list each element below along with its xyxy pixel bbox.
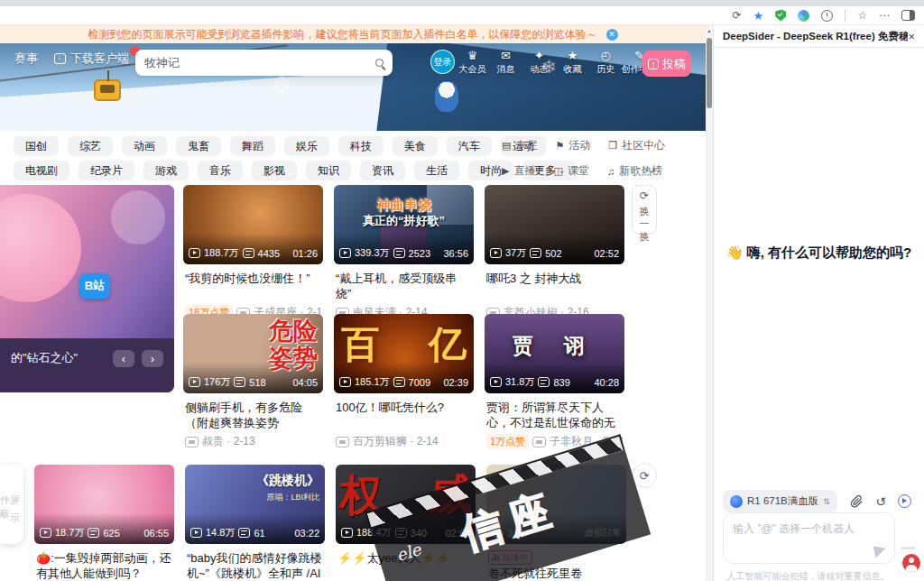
category-pill-资讯[interactable]: 资讯: [360, 161, 405, 180]
video-thumbnail[interactable]: 神曲串烧真正的“拼好歌”339.3万252336:56: [334, 185, 474, 264]
category-pill-娱乐[interactable]: 娱乐: [284, 136, 329, 156]
thumbnail-overlay-text: 《跳楼机》: [256, 473, 319, 489]
search-box[interactable]: 牧神记: [135, 50, 393, 76]
video-card[interactable]: 188.7万443501:26“我剪的时候也没绷住！”18万点赞子成星座 · 2…: [183, 185, 323, 320]
category-pill-影视[interactable]: 影视: [252, 161, 297, 180]
quick-link-新歌热榜[interactable]: ♫新歌热榜: [607, 163, 662, 179]
category-pill-汽车[interactable]: 汽车: [447, 136, 492, 156]
favorites-icon[interactable]: ☆: [857, 10, 867, 21]
video-title[interactable]: “戴上耳机，感受顶级串烧”: [336, 271, 472, 302]
header-nav-item-动态[interactable]: ✦动态: [525, 50, 553, 76]
view-count: 185.1万: [355, 375, 390, 389]
login-button[interactable]: 登录: [430, 50, 455, 74]
category-pill-科技[interactable]: 科技: [338, 136, 383, 156]
swap-refresh-button[interactable]: ⟳换一换: [632, 185, 657, 235]
scrollbar-thumb[interactable]: [707, 38, 712, 108]
video-card[interactable]: 18.7万62506:55🍅:一集毁掉两部动画，还有其他人能做到吗？中配圈楼音 …: [34, 465, 174, 581]
video-title[interactable]: 贾诩：所谓算尽天下人心，不过是乱世保命的无奈吧: [486, 400, 623, 431]
video-card[interactable]: 《跳楼机》原唱：LBI利比14.8万6103:22“baby我们的感情好像跳楼机…: [185, 465, 325, 581]
floating-avatar-button[interactable]: [902, 554, 920, 572]
view-count: 18.7万: [55, 526, 84, 540]
scroll-up-arrow[interactable]: ▲: [706, 28, 713, 33]
video-thumbnail[interactable]: 18.7万62506:55: [34, 465, 174, 544]
video-title[interactable]: 100亿！哪吒凭什么?: [336, 400, 472, 431]
bookmark-star-icon[interactable]: ★: [753, 10, 764, 22]
video-title[interactable]: 哪吒3 之 封神大战: [486, 271, 623, 302]
header-nav-item-收藏[interactable]: ★收藏: [559, 50, 587, 76]
notice-close-button[interactable]: ✕: [606, 29, 618, 41]
thumbnail-meta-bar: 37万50202:52: [485, 234, 624, 264]
thumbnail-overlay-text: 亿: [429, 319, 467, 370]
model-selector[interactable]: R1 671B满血版 ⇅: [723, 490, 837, 512]
category-pill-舞蹈[interactable]: 舞蹈: [230, 136, 275, 156]
chat-input[interactable]: [724, 513, 894, 563]
send-icon[interactable]: [873, 544, 887, 558]
esports-link[interactable]: 赛事: [14, 51, 38, 67]
video-card[interactable]: 37万50202:52哪吒3 之 封神大战非酋小辣椒 · 2-16: [485, 185, 624, 320]
download-client-link[interactable]: 下载客户端: [54, 51, 129, 67]
extension-swirl-icon[interactable]: [798, 10, 809, 22]
category-pill-游戏[interactable]: 游戏: [143, 161, 189, 180]
video-thumbnail[interactable]: 188.7万443501:26: [183, 185, 323, 264]
category-pill-电视剧[interactable]: 电视剧: [14, 161, 69, 180]
category-pill-知识[interactable]: 知识: [306, 161, 351, 180]
quick-link-活动[interactable]: ⚑活动: [555, 138, 590, 153]
quick-link-课堂[interactable]: ◫课堂: [553, 163, 588, 179]
category-pill-国创[interactable]: 国创: [14, 136, 59, 156]
video-thumbnail[interactable]: 37万50202:52: [485, 185, 624, 264]
header-nav-label: 历史: [597, 63, 615, 76]
danmaku-count: 4435: [258, 248, 280, 259]
play-count-icon: [189, 248, 200, 258]
video-title[interactable]: “baby我们的感情好像跳楼机~”《跳楼机》全和声 /AI東 雪蓮: [187, 550, 323, 581]
quick-link-专栏[interactable]: ▤专栏: [502, 138, 537, 153]
category-pill-音乐[interactable]: 音乐: [198, 161, 243, 180]
video-card[interactable]: 神曲串烧真正的“拼好歌”339.3万252336:56“戴上耳机，感受顶级串烧”…: [334, 185, 474, 320]
video-thumbnail[interactable]: 《跳楼机》原唱：LBI利比14.8万6103:22: [185, 465, 325, 544]
deepseek-whale-icon: [730, 495, 743, 508]
category-pill-综艺[interactable]: 综艺: [68, 136, 113, 156]
uploader-name[interactable]: 叔贵 · 2-13: [202, 434, 255, 449]
video-thumbnail[interactable]: 贾 诩31.8万83940:28: [485, 314, 624, 393]
video-card[interactable]: 贾 诩31.8万83940:28贾诩：所谓算尽天下人心，不过是乱世保命的无奈吧1…: [485, 314, 624, 449]
video-title[interactable]: “我剪的时候也没绷住！”: [185, 271, 321, 302]
video-card[interactable]: 危险姿势176万51804:05侧躺刷手机，有多危险（附超爽替换姿势叔贵 · 2…: [183, 314, 323, 449]
promo-banner-card[interactable]: B站 的"钻石之心" ‹ ›: [0, 185, 174, 392]
video-title[interactable]: 🍅:一集毁掉两部动画，还有其他人能做到吗？: [36, 550, 172, 581]
uploader-icon: [336, 437, 349, 447]
refresh-icon[interactable]: ⟳: [733, 10, 742, 21]
history-clock-icon[interactable]: [821, 10, 833, 22]
header-nav-item-历史[interactable]: ◴历史: [592, 50, 620, 76]
deepsider-close-button[interactable]: ×: [908, 30, 915, 43]
category-pill-鬼畜[interactable]: 鬼畜: [176, 136, 221, 156]
video-title[interactable]: 侧躺刷手机，有多危险（附超爽替换姿势: [185, 400, 321, 431]
category-pill-动画[interactable]: 动画: [122, 136, 167, 156]
category-label: 游戏: [155, 163, 177, 179]
promo-prev-button[interactable]: ‹: [113, 350, 134, 367]
quick-link-直播[interactable]: ▶直播: [502, 163, 535, 179]
chat-history-icon[interactable]: ↺: [875, 495, 886, 508]
more-menu-icon[interactable]: ⋯: [879, 10, 890, 21]
category-pill-生活[interactable]: 生活: [414, 161, 459, 180]
header-nav-item-大会员[interactable]: ♛大会员: [458, 50, 486, 76]
model-name: R1 671B满血版: [747, 494, 818, 508]
panel-handle[interactable]: [901, 547, 915, 549]
category-pill-美食[interactable]: 美食: [393, 136, 438, 156]
attachment-paperclip-icon[interactable]: [850, 494, 864, 508]
plugin-notice-bar: 检测到您的页面展示可能受到浏览器插件影响，建议您将当前页面加入插件白名单，以保障…: [0, 25, 706, 43]
video-thumbnail[interactable]: 危险姿势176万51804:05: [183, 314, 323, 393]
danmaku-count: 625: [103, 528, 119, 539]
promo-next-button[interactable]: ›: [142, 350, 163, 367]
category-pill-纪录片[interactable]: 纪录片: [79, 161, 134, 180]
upload-button[interactable]: ↑ 投稿: [642, 51, 691, 77]
video-thumbnail[interactable]: 百亿185.1万700902:39: [334, 314, 474, 393]
search-icon[interactable]: [375, 59, 383, 67]
uploader-name[interactable]: 百万剪辑狮 · 2-14: [353, 434, 439, 449]
scroll-to-latest-icon[interactable]: [898, 494, 911, 508]
adblock-shield-icon[interactable]: [775, 10, 786, 22]
header-nav-item-消息[interactable]: ✉消息: [492, 50, 520, 76]
sidebar-toggle-icon[interactable]: [901, 10, 915, 21]
search-input[interactable]: 牧神记: [144, 55, 375, 71]
video-card[interactable]: 百亿185.1万700902:39100亿！哪吒凭什么?百万剪辑狮 · 2-14: [334, 314, 474, 449]
quick-link-社区中心[interactable]: ❒社区中心: [608, 138, 665, 153]
play-count-icon: [490, 248, 502, 258]
